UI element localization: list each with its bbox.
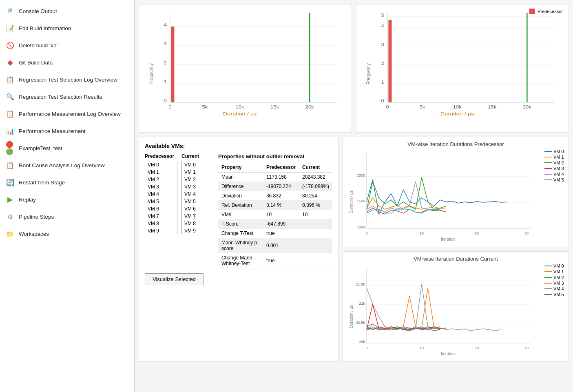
legend-item: VM 4 xyxy=(544,286,564,291)
visualize-selected-button[interactable]: Visualize Selected xyxy=(145,273,204,285)
legend-color-swatch xyxy=(544,168,552,169)
histogram-right-svg: Frequency 0 1 2 3 4 5 0 5k 10k 15k 20k D… xyxy=(361,9,565,127)
perf-log-icon: 📋 xyxy=(6,109,15,118)
svg-text:Duration / µs: Duration / µs xyxy=(349,305,354,328)
list-item[interactable]: VM 8 xyxy=(182,220,214,227)
list-item[interactable]: VM 4 xyxy=(145,190,177,198)
sidebar-label-git-build-data: Git Build Data xyxy=(19,60,53,66)
sidebar-item-replay[interactable]: ▶ Replay xyxy=(0,191,134,208)
list-item[interactable]: VM 6 xyxy=(145,205,177,213)
svg-text:10: 10 xyxy=(420,231,424,235)
sidebar-item-workspaces[interactable]: 📁 Workspaces xyxy=(0,225,134,242)
list-item[interactable]: VM 7 xyxy=(182,213,214,220)
svg-text:0: 0 xyxy=(365,346,367,350)
table-cell: Mean xyxy=(218,172,263,182)
list-item[interactable]: VM 9 xyxy=(182,227,214,234)
list-item[interactable]: VM 4 xyxy=(182,190,214,198)
legend-color-swatch xyxy=(544,162,552,163)
svg-text:1500: 1500 xyxy=(357,199,365,203)
svg-text:3: 3 xyxy=(381,42,384,47)
predecessor-list-label: Predecessor xyxy=(145,153,177,159)
sidebar-item-example-test[interactable]: 🔴🟢 ExampleTest_test xyxy=(0,140,134,157)
col-header-property: Property xyxy=(218,163,263,172)
list-item[interactable]: VM 5 xyxy=(182,198,214,205)
sidebar-item-pipeline-steps[interactable]: ⚙ Pipeline Steps xyxy=(0,208,134,225)
list-item[interactable]: VM 7 xyxy=(145,213,177,220)
svg-text:3: 3 xyxy=(164,42,167,46)
sidebar-label-example-test: ExampleTest_test xyxy=(19,145,62,151)
table-cell: 1173.158 xyxy=(263,172,299,182)
svg-text:0: 0 xyxy=(365,231,367,235)
legend-item: VM 5 xyxy=(544,292,564,297)
legend-label: VM 1 xyxy=(553,269,564,274)
svg-text:20k: 20k xyxy=(305,105,314,109)
sidebar-item-regression-results[interactable]: 🔍 Regression Test Selection Results xyxy=(0,88,134,105)
table-cell: Rel. Deviation xyxy=(218,201,263,210)
properties-section: Properties without outlier removal Prope… xyxy=(218,153,332,268)
git-icon: ◆ xyxy=(6,58,15,67)
replay-icon: ▶ xyxy=(6,195,15,204)
sidebar-label-replay: Replay xyxy=(19,197,36,203)
legend-color-swatch xyxy=(544,179,552,180)
table-cell: T-Score xyxy=(218,219,263,229)
sidebar-item-perf-log[interactable]: 📋 Performance Measurement Log Overview xyxy=(0,105,134,122)
svg-text:4: 4 xyxy=(164,23,167,27)
vm-predecessor-chart-container: Duration / µs 1000 1500 2000 0 10 20 xyxy=(347,149,564,243)
list-item[interactable]: VM 1 xyxy=(145,168,177,176)
svg-text:4: 4 xyxy=(381,24,384,28)
sidebar-item-regression-log[interactable]: 📋 Regression Test Selection Log Overview xyxy=(0,71,134,88)
legend-label: VM 3 xyxy=(553,281,564,286)
predecessor-vm-listbox[interactable]: VM 0 VM 1 VM 2 VM 3 VM 4 VM 5 VM 6 VM 7 … xyxy=(145,161,177,234)
legend-item: VM 2 xyxy=(544,275,564,280)
list-item[interactable]: VM 8 xyxy=(145,220,177,227)
list-item[interactable]: VM 9 xyxy=(145,227,177,234)
legend-label: VM 4 xyxy=(553,172,564,177)
sidebar-item-git-build-data[interactable]: ◆ Git Build Data xyxy=(0,54,134,71)
histogram-right: Predecessor Frequency 0 1 2 3 4 5 0 5k 1… xyxy=(356,4,569,133)
sidebar-item-edit-build-info[interactable]: 📝 Edit Build Information xyxy=(0,20,134,37)
legend-color-swatch xyxy=(544,266,552,266)
svg-text:5: 5 xyxy=(381,13,384,18)
legend-color-swatch xyxy=(544,283,552,283)
current-list-section: Current VM 0 VM 1 VM 2 VM 3 VM 4 VM 5 VM… xyxy=(181,153,214,268)
sidebar-item-delete-build[interactable]: 🚫 Delete build '#1' xyxy=(0,37,134,54)
svg-text:21k: 21k xyxy=(359,301,365,306)
sidebar-label-perf-log: Performance Measurement Log Overview xyxy=(19,111,121,117)
col-header-current: Current xyxy=(299,163,332,172)
svg-text:2000: 2000 xyxy=(357,173,365,177)
list-item[interactable]: VM 2 xyxy=(182,176,214,183)
list-item[interactable]: VM 0 xyxy=(182,161,214,168)
sidebar-item-console-output[interactable]: 🖥 Console Output xyxy=(0,2,134,20)
svg-text:2: 2 xyxy=(164,61,167,65)
list-item[interactable]: VM 2 xyxy=(145,176,177,183)
list-item[interactable]: VM 0 xyxy=(145,161,177,168)
legend-label: VM 0 xyxy=(553,149,564,154)
list-item[interactable]: VM 3 xyxy=(145,183,177,190)
svg-text:15k: 15k xyxy=(488,105,496,109)
current-vm-listbox[interactable]: VM 0 VM 1 VM 2 VM 3 VM 4 VM 5 VM 6 VM 7 … xyxy=(181,161,214,234)
table-cell: VMs xyxy=(218,210,263,219)
legend-label: VM 4 xyxy=(553,286,564,291)
svg-text:Iteration: Iteration xyxy=(441,352,456,356)
legend-label: VM 0 xyxy=(553,264,564,268)
sidebar-label-pipeline-steps: Pipeline Steps xyxy=(19,214,54,220)
list-item[interactable]: VM 5 xyxy=(145,198,177,205)
bar-chart-icon: 📊 xyxy=(6,126,15,135)
sidebar-item-restart-stage[interactable]: 🔄 Restart from Stage xyxy=(0,174,134,191)
edit-icon: 📝 xyxy=(6,24,15,33)
list-item[interactable]: VM 3 xyxy=(182,183,214,190)
vm-current-chart-card: VM-wise Iteration Durations Current Dura… xyxy=(343,251,569,362)
available-vms-title: Available VMs: xyxy=(145,143,332,149)
sidebar-item-root-cause[interactable]: 📋 Root Cause Analysis Log Overview xyxy=(0,157,134,174)
table-cell xyxy=(299,229,332,238)
table-cell xyxy=(299,238,332,253)
list-item[interactable]: VM 6 xyxy=(182,205,214,213)
svg-text:Frequency: Frequency xyxy=(147,63,154,84)
sidebar-item-perf-measure[interactable]: 📊 Performance Measurement xyxy=(0,122,134,140)
list-item[interactable]: VM 1 xyxy=(182,168,214,176)
sidebar-label-delete-build: Delete build '#1' xyxy=(19,42,58,49)
legend-label: VM 1 xyxy=(553,155,564,159)
legend-color-swatch xyxy=(544,294,552,295)
histogram-row: Frequency 0 1 2 3 4 0 5k 10k 15k xyxy=(139,4,569,133)
svg-text:0: 0 xyxy=(164,99,167,103)
